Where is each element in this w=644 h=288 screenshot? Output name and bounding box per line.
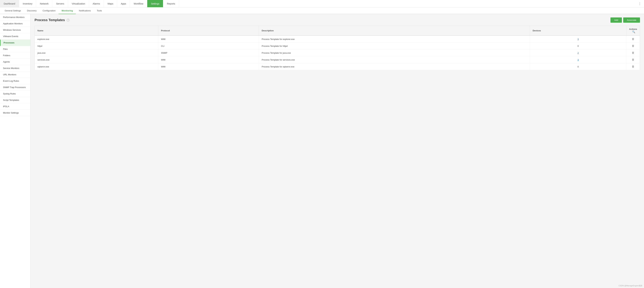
top-nav-item-maps[interactable]: Maps: [104, 0, 117, 7]
top-nav-item-alarms[interactable]: Alarms: [89, 0, 104, 7]
sidebar-item-processes[interactable]: Processes: [0, 40, 30, 46]
delete-icon[interactable]: 🗑: [632, 44, 634, 47]
sub-nav-item-discovery[interactable]: Discovery: [24, 8, 40, 14]
top-nav-item-virtualization[interactable]: Virtualization: [68, 0, 89, 7]
table-search-icon[interactable]: 🔍: [632, 30, 635, 33]
cell-name: java.exe: [35, 50, 158, 56]
sidebar-item-event-log-rules[interactable]: Event Log Rules: [0, 78, 30, 84]
add-button[interactable]: Add: [610, 18, 622, 23]
sub-nav-item-notifications[interactable]: Notifications: [76, 8, 94, 14]
cell-description: Process Template for httpd: [259, 42, 530, 50]
col-header-description: Description: [259, 26, 530, 36]
cell-devices[interactable]: 3: [530, 36, 626, 42]
sidebar-item-agents[interactable]: Agents: [0, 59, 30, 65]
page-title: Process Templates: [34, 18, 65, 22]
cell-actions: 🗑: [626, 50, 640, 56]
top-nav-item-settings[interactable]: Settings: [147, 0, 163, 7]
associate-button[interactable]: Associate: [623, 18, 640, 23]
sidebar-item-windows-services[interactable]: Windows Services: [0, 27, 30, 33]
cell-devices[interactable]: 3: [530, 56, 626, 63]
delete-icon[interactable]: 🗑: [632, 38, 634, 40]
sidebar-item-syslog-rules[interactable]: Syslog Rules: [0, 90, 30, 97]
sidebar-item-service-monitors[interactable]: Service Monitors: [0, 65, 30, 72]
col-header-actions: Actions 🔍: [626, 26, 640, 36]
sub-nav-item-tools[interactable]: Tools: [94, 8, 105, 14]
devices-link[interactable]: 3: [578, 38, 579, 40]
cell-protocol: SNMP: [158, 50, 259, 56]
cell-devices[interactable]: 2: [530, 50, 626, 56]
cell-protocol: WMI: [158, 56, 259, 63]
table-row: services.exeWMIProcess Template for serv…: [35, 56, 640, 63]
sub-nav-item-general-settings[interactable]: General Settings: [2, 8, 24, 14]
sidebar-item-ipsla[interactable]: IPSLA: [0, 103, 30, 110]
sidebar-item-files[interactable]: Files: [0, 46, 30, 52]
sidebar-item-performance-monitors[interactable]: Performance Monitors: [0, 14, 30, 20]
table-body: explorer.exeWMIProcess Template for expl…: [35, 36, 640, 70]
cell-name: httpd: [35, 42, 158, 50]
top-nav-item-inventory[interactable]: Inventory: [19, 0, 36, 7]
col-header-devices: Devices: [530, 26, 626, 36]
table-row: explorer.exeWMIProcess Template for expl…: [35, 36, 640, 42]
process-templates-table: NameProtocolDescriptionDevicesActions 🔍 …: [34, 26, 640, 70]
cell-devices: 0: [530, 42, 626, 50]
sidebar-item-monitor-settings[interactable]: Monitor Settings: [0, 110, 30, 116]
cell-description: Process Template for java.exe: [259, 50, 530, 56]
sidebar-item-url-monitors[interactable]: URL Monitors: [0, 72, 30, 78]
devices-link[interactable]: 2: [578, 52, 579, 54]
table-row: sqlservr.exeWMIProcess Template for sqls…: [35, 63, 640, 70]
sidebar-item-script-templates[interactable]: Script Templates: [0, 97, 30, 103]
top-nav-item-network[interactable]: Network: [36, 0, 52, 7]
top-nav-item-workflow[interactable]: Workflow: [130, 0, 147, 7]
sub-nav-item-monitoring[interactable]: Monitoring: [58, 8, 76, 14]
devices-link[interactable]: 3: [578, 58, 579, 61]
table-header-row: NameProtocolDescriptionDevicesActions 🔍: [35, 26, 640, 36]
top-navigation: DashboardInventoryNetworkServersVirtuali…: [0, 0, 644, 8]
page-header: Process Templates ? Add Associate: [34, 18, 640, 23]
footer-credit: CSDN @ManageEngine底部: [619, 284, 642, 287]
cell-actions: 🗑: [626, 42, 640, 50]
sidebar: Performance MonitorsApplication Monitors…: [0, 14, 30, 288]
col-header-protocol: Protocol: [158, 26, 259, 36]
cell-description: Process Template for sqlservr.exe: [259, 63, 530, 70]
main-content: Process Templates ? Add Associate NamePr…: [30, 14, 644, 288]
sidebar-item-application-monitors[interactable]: Application Monitors: [0, 20, 30, 27]
cell-actions: 🗑: [626, 36, 640, 42]
header-buttons: Add Associate: [610, 18, 640, 23]
cell-name: sqlservr.exe: [35, 63, 158, 70]
more-options-icon[interactable]: ⋮: [636, 0, 644, 7]
help-icon[interactable]: ?: [66, 18, 70, 22]
top-nav-item-dashboard[interactable]: Dashboard: [0, 0, 19, 7]
cell-actions: 🗑: [626, 56, 640, 63]
table-row: httpdCLIProcess Template for httpd0🗑: [35, 42, 640, 50]
cell-protocol: CLI: [158, 42, 259, 50]
sub-nav-item-configuration[interactable]: Configuration: [40, 8, 58, 14]
top-nav-item-apps[interactable]: Apps: [117, 0, 130, 7]
cell-description: Process Template for services.exe: [259, 56, 530, 63]
cell-protocol: WMI: [158, 36, 259, 42]
delete-icon[interactable]: 🗑: [632, 51, 634, 54]
cell-protocol: WMI: [158, 63, 259, 70]
top-nav-item-reports[interactable]: Reports: [163, 0, 179, 7]
sidebar-item-folders[interactable]: Folders: [0, 52, 30, 59]
cell-devices: 0: [530, 63, 626, 70]
delete-icon[interactable]: 🗑: [632, 58, 634, 61]
top-nav-item-servers[interactable]: Servers: [52, 0, 68, 7]
cell-actions: 🗑: [626, 63, 640, 70]
cell-name: services.exe: [35, 56, 158, 63]
delete-icon[interactable]: 🗑: [632, 65, 634, 68]
col-header-name: Name: [35, 26, 158, 36]
cell-name: explorer.exe: [35, 36, 158, 42]
cell-description: Process Template for explorer.exe: [259, 36, 530, 42]
main-layout: Performance MonitorsApplication Monitors…: [0, 14, 644, 288]
table-row: java.exeSNMPProcess Template for java.ex…: [35, 50, 640, 56]
sidebar-item-snmp-trap-processors[interactable]: SNMP Trap Processors: [0, 84, 30, 90]
sidebar-item-vmware-events[interactable]: VMware Events: [0, 33, 30, 40]
sub-navigation: General SettingsDiscoveryConfigurationMo…: [0, 8, 644, 14]
